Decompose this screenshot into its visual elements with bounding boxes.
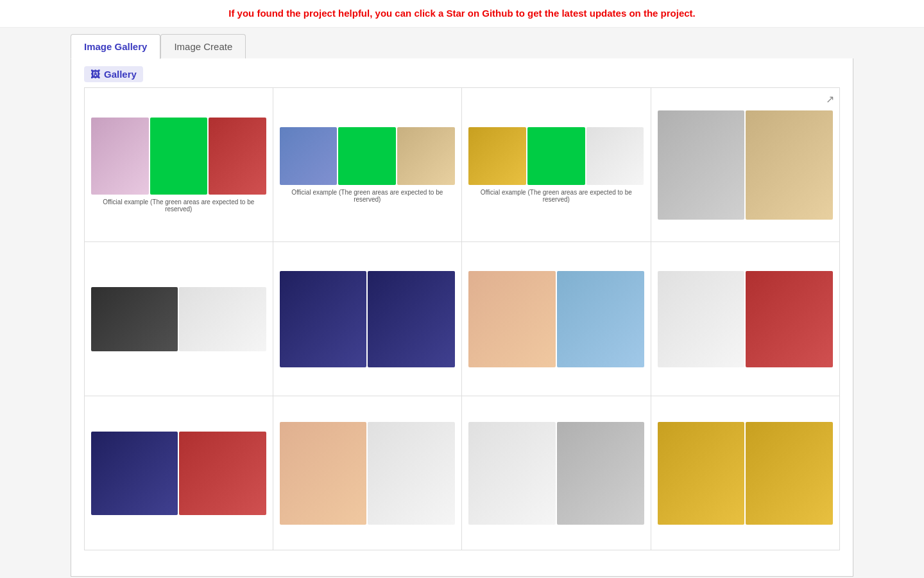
grid-cell-2-2[interactable] [273,242,463,396]
img-perfume-right [746,422,833,525]
image-panel-1-3 [468,127,644,185]
tabs-container: Image Gallery Image Create 🖼 Gallery Off… [58,34,866,577]
grid-cell-3-4[interactable] [651,396,841,550]
image-panel-2-3 [468,271,644,367]
grid-cell-2-1[interactable] [84,242,273,396]
img-man-jacket-original [280,271,367,367]
grid-cell-1-3[interactable]: Official example (The green areas are ex… [462,88,651,242]
img-zuckerberg-young [658,110,745,220]
tabs-bar: Image Gallery Image Create [71,34,853,58]
img-beauty-enhanced [368,422,455,525]
img-mask-product [468,422,556,525]
img-cup-green [527,127,585,185]
image-panel-1-4 [658,110,834,220]
img-cup-gold [468,127,526,185]
img-perfume-left [658,422,745,525]
grid-cell-3-2[interactable] [273,396,463,550]
image-panel-3-1 [91,432,266,515]
banner-link[interactable]: If you found the project helpful, you ca… [228,8,696,19]
img-couple-right [397,127,455,185]
img-woman-face-left [468,271,556,367]
grid-cell-2-4[interactable] [651,242,841,396]
img-mask-woman [557,422,644,525]
img-family-left [91,432,178,515]
gallery-header: 🖼 Gallery [84,58,840,87]
img-musk [91,287,178,351]
img-couple-green [338,127,396,185]
img-couple-left [280,127,338,185]
image-panel-2-2 [280,271,456,367]
img-family-right [179,432,266,515]
main-content: 🖼 Gallery Official example (The green ar… [71,58,853,577]
gallery-label: Gallery [104,69,137,80]
img-woman-face-right [557,271,644,367]
top-banner: If you found the project helpful, you ca… [0,0,924,28]
tab-image-create[interactable]: Image Create [160,34,246,58]
image-panel-3-4 [658,422,834,525]
caption-1-1: Official example (The green areas are ex… [91,198,266,213]
img-group-festive [746,271,833,367]
img-women-fashion [91,118,149,195]
gallery-icon-box: 🖼 Gallery [84,66,143,82]
img-man-jacket-copy [368,271,455,367]
grid-cell-2-3[interactable] [462,242,651,396]
img-cup-white [586,127,644,185]
grid-cell-3-1[interactable] [84,396,273,550]
grid-cell-3-3[interactable] [462,396,651,550]
image-panel-1-1 [91,118,266,195]
img-beauty-original [280,422,367,525]
img-green-silhouette [150,118,208,195]
grid-cell-1-1[interactable]: Official example (The green areas are ex… [84,88,273,242]
share-button[interactable]: ↗ [826,93,834,105]
img-group-white [658,271,745,367]
img-cheongsam [209,118,266,195]
image-panel-2-4 [658,271,834,367]
gallery-icon: 🖼 [90,69,100,80]
grid-cell-1-4[interactable]: ↗ [651,88,841,242]
img-zuckerberg-costume [746,110,833,220]
caption-1-2: Official example (The green areas are ex… [280,189,456,203]
grid-cell-1-2[interactable]: Official example (The green areas are ex… [273,88,463,242]
caption-1-3: Official example (The green areas are ex… [468,189,644,203]
image-panel-3-2 [280,422,456,525]
img-chef [179,287,266,351]
tab-image-gallery[interactable]: Image Gallery [71,34,160,59]
image-grid: Official example (The green areas are ex… [84,87,840,550]
image-panel-2-1 [91,287,266,351]
image-panel-1-2 [280,127,456,185]
image-panel-3-3 [468,422,644,525]
